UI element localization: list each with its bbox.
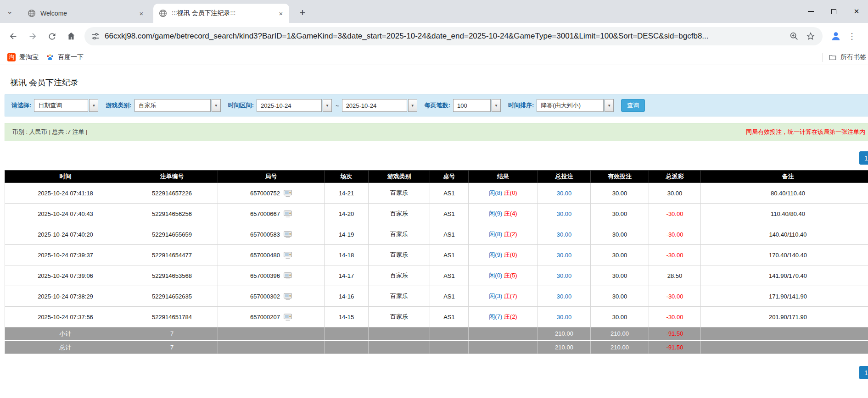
date-start-dropdown[interactable]: 2025-10-24 ▼ bbox=[257, 99, 332, 112]
cell-payout: -30.00 bbox=[649, 245, 701, 265]
cell-game-type: 百家乐 bbox=[369, 224, 430, 245]
all-bookmarks-button[interactable]: 所有书签 bbox=[823, 50, 866, 65]
game-result-icon[interactable] bbox=[284, 293, 292, 300]
cell-total-bet[interactable]: 30.00 bbox=[538, 183, 591, 204]
game-result-icon[interactable] bbox=[284, 314, 292, 321]
close-button[interactable]: ✕ bbox=[845, 0, 868, 23]
footer-payout: -91.50 bbox=[649, 341, 701, 354]
table-row: 2025-10-24 07:38:29522914652635657000302… bbox=[5, 286, 868, 307]
game-result-icon[interactable] bbox=[284, 210, 292, 217]
back-icon bbox=[8, 31, 18, 41]
page-size-dropdown[interactable]: 100 ▼ bbox=[453, 99, 501, 112]
column-header: 场次 bbox=[325, 171, 369, 183]
round-number: 657000583 bbox=[250, 231, 280, 238]
cell-session: 14-17 bbox=[325, 265, 369, 286]
site-settings-icon[interactable] bbox=[91, 32, 100, 41]
cell-result: 闲(9) 庄(4) bbox=[469, 204, 538, 224]
divider bbox=[823, 53, 823, 62]
dropdown-arrow-icon[interactable]: ▼ bbox=[605, 99, 614, 112]
footer-empty-cell bbox=[369, 341, 430, 354]
cell-bet-id: 522914652635 bbox=[126, 286, 218, 307]
search-button[interactable]: 查询 bbox=[621, 99, 645, 112]
address-bar[interactable]: 66cxkj98.com/game/betrecord_search/kind3… bbox=[84, 27, 823, 45]
column-header: 局号 bbox=[218, 171, 325, 183]
forward-button[interactable] bbox=[25, 28, 40, 44]
cell-total-bet[interactable]: 30.00 bbox=[538, 307, 591, 327]
browser-menu-icon[interactable]: ⋮ bbox=[847, 31, 857, 41]
cell-bet-id: 522914654477 bbox=[126, 245, 218, 265]
footer-total-bet: 210.00 bbox=[538, 341, 591, 354]
dropdown-arrow-icon[interactable]: ▼ bbox=[323, 99, 332, 112]
game-result-icon[interactable] bbox=[284, 252, 292, 259]
tab-title: Welcome bbox=[40, 10, 133, 17]
footer-valid-bet: 210.00 bbox=[591, 341, 649, 354]
cell-time: 2025-10-24 07:39:37 bbox=[5, 245, 126, 265]
cell-time: 2025-10-24 07:38:29 bbox=[5, 286, 126, 307]
cell-game-type: 百家乐 bbox=[369, 245, 430, 265]
taobao-icon: 淘 bbox=[7, 53, 16, 61]
bet-table-body: 2025-10-24 07:41:18522914657226657000752… bbox=[5, 183, 868, 354]
cell-total-bet[interactable]: 30.00 bbox=[538, 224, 591, 245]
new-tab-button[interactable]: + bbox=[296, 6, 309, 20]
cell-session: 14-16 bbox=[325, 286, 369, 307]
pagination-page-button[interactable]: 1 bbox=[859, 366, 868, 379]
date-end-dropdown[interactable]: 2025-10-24 ▼ bbox=[342, 99, 417, 112]
table-row: 2025-10-24 07:37:56522914651784657000207… bbox=[5, 307, 868, 327]
dropdown-arrow-icon[interactable]: ▼ bbox=[408, 99, 417, 112]
cell-valid-bet: 30.00 bbox=[591, 307, 649, 327]
round-number: 657000396 bbox=[250, 272, 280, 279]
bookmark-star-icon[interactable] bbox=[805, 31, 816, 42]
forward-icon bbox=[28, 31, 38, 41]
folder-icon bbox=[829, 53, 837, 61]
game-result-icon[interactable] bbox=[284, 190, 292, 197]
tab-bet-record[interactable]: :::视讯 会员下注纪录::: × bbox=[153, 4, 289, 23]
select-type-dropdown[interactable]: 日期查询 ▼ bbox=[34, 99, 98, 112]
browser-toolbar: 66cxkj98.com/game/betrecord_search/kind3… bbox=[0, 23, 868, 50]
game-type-dropdown[interactable]: 百家乐 ▼ bbox=[134, 99, 221, 112]
cell-note: 80.40/110.40 bbox=[701, 183, 868, 204]
maximize-button[interactable] bbox=[822, 0, 845, 23]
cell-table-number: AS1 bbox=[430, 204, 469, 224]
page-size-value: 100 bbox=[453, 99, 491, 112]
cell-valid-bet: 30.00 bbox=[591, 265, 649, 286]
tab-close-icon[interactable]: × bbox=[137, 9, 146, 18]
bet-table-head-row: 时间注单编号局号场次游戏类别桌号结果总投注有效投注总派彩备注 bbox=[5, 171, 868, 183]
sort-order-dropdown[interactable]: 降幂(由大到小) ▼ bbox=[537, 99, 614, 112]
result-player: 闲(8) bbox=[489, 231, 502, 238]
cell-game-type: 百家乐 bbox=[369, 183, 430, 204]
column-header: 结果 bbox=[469, 171, 538, 183]
cell-round: 657000480 bbox=[218, 245, 325, 265]
page-content: 视讯 会员下注纪录 请选择: 日期查询 ▼ 游戏类别: 百家乐 ▼ 时间区间: … bbox=[0, 65, 868, 398]
bookmark-baidu[interactable]: 百度一下 bbox=[46, 53, 84, 61]
tab-close-icon[interactable]: × bbox=[276, 9, 286, 18]
tab-search-chevron-icon[interactable]: ⌄ bbox=[4, 6, 16, 17]
cell-total-bet[interactable]: 30.00 bbox=[538, 204, 591, 224]
result-player: 闲(8) bbox=[489, 189, 502, 196]
cell-total-bet[interactable]: 30.00 bbox=[538, 265, 591, 286]
bookmark-taobao[interactable]: 淘 爱淘宝 bbox=[7, 53, 39, 61]
footer-valid-bet: 210.00 bbox=[591, 327, 649, 341]
profile-avatar-icon[interactable] bbox=[829, 29, 843, 43]
footer-empty-cell bbox=[218, 341, 325, 354]
dropdown-arrow-icon[interactable]: ▼ bbox=[212, 99, 221, 112]
zoom-icon[interactable] bbox=[789, 31, 800, 42]
minimize-button[interactable] bbox=[799, 0, 822, 23]
game-result-icon[interactable] bbox=[284, 231, 292, 238]
cell-table-number: AS1 bbox=[430, 245, 469, 265]
page-title: 视讯 会员下注纪录 bbox=[10, 77, 78, 88]
cell-time: 2025-10-24 07:37:56 bbox=[5, 307, 126, 327]
dropdown-arrow-icon[interactable]: ▼ bbox=[492, 99, 501, 112]
cell-total-bet[interactable]: 30.00 bbox=[538, 245, 591, 265]
refresh-button[interactable] bbox=[44, 28, 60, 44]
game-result-icon[interactable] bbox=[284, 272, 292, 279]
cell-session: 14-21 bbox=[325, 183, 369, 204]
back-button[interactable] bbox=[6, 28, 21, 44]
home-button[interactable] bbox=[63, 28, 79, 44]
cell-round: 657000302 bbox=[218, 286, 325, 307]
cell-payout: -30.00 bbox=[649, 204, 701, 224]
pagination-page-button[interactable]: 1 bbox=[859, 151, 868, 165]
cell-result: 闲(8) 庄(2) bbox=[469, 224, 538, 245]
dropdown-arrow-icon[interactable]: ▼ bbox=[89, 99, 98, 112]
tab-welcome[interactable]: Welcome × bbox=[22, 4, 150, 23]
cell-total-bet[interactable]: 30.00 bbox=[538, 286, 591, 307]
